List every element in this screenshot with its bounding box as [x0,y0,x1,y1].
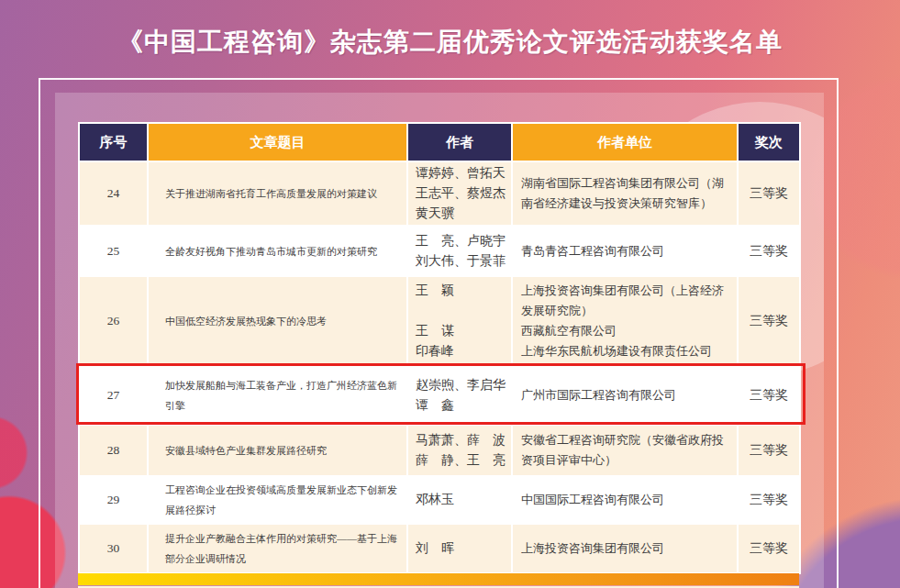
article-title-cell: 加快发展船舶与海工装备产业，打造广州经济蓝色新引擎 [148,366,407,425]
section-divider-bar [78,573,799,585]
table-body: 24 关于推进湖南省托育工作高质量发展的对策建议 谭婷婷、曾拓天 王志平、蔡煜杰… [79,161,800,573]
row-index-cell: 26 [79,276,148,366]
authors-cell: 赵崇煦、李启华 谭 鑫 [407,366,512,425]
table-header-row: 序号 文章题目 作者 作者单位 奖次 [79,123,800,161]
row-index-cell: 24 [79,161,148,226]
article-title-cell: 全龄友好视角下推动青岛市城市更新的对策研究 [148,226,407,276]
org-cell: 中国国际工程咨询有限公司 [512,476,738,524]
row-index-cell: 25 [79,226,148,276]
article-title-cell: 中国低空经济发展热现象下的冷思考 [148,276,407,366]
award-cell: 三等奖 [738,276,800,366]
col-header-award: 奖次 [738,123,800,161]
table-row: 24 关于推进湖南省托育工作高质量发展的对策建议 谭婷婷、曾拓天 王志平、蔡煜杰… [79,161,800,226]
table-row: 30 提升企业产教融合主体作用的对策研究——基于上海部分企业调研情况 刘 晖 上… [79,524,800,573]
awards-table: 序号 文章题目 作者 作者单位 奖次 24 关于推进湖南省托育工作高质量发展的对… [78,122,801,574]
table-row: 26 中国低空经济发展热现象下的冷思考 王 颖 王 谋 印春峰 上海投资咨询集团… [79,276,800,366]
row-index-cell: 29 [79,476,148,524]
org-cell: 青岛青咨工程咨询有限公司 [512,226,738,276]
authors-cell: 王 颖 王 谋 印春峰 [407,276,512,366]
table-row: 25 全龄友好视角下推动青岛市城市更新的对策研究 王 亮、卢晓宇 刘大伟、于景菲… [79,226,800,276]
org-cell: 安徽省工程咨询研究院（安徽省政府投资项目评审中心） [512,425,738,476]
table-row: 29 工程咨询企业在投资领域高质量发展新业态下创新发展路径探讨 邓林玉 中国国际… [79,476,800,524]
table-row: 27 加快发展船舶与海工装备产业，打造广州经济蓝色新引擎 赵崇煦、李启华 谭 鑫… [79,366,800,425]
org-cell: 广州市国际工程咨询有限公司 [512,366,738,425]
authors-cell: 谭婷婷、曾拓天 王志平、蔡煜杰 黄天骥 [407,161,512,226]
row-index-cell: 28 [79,425,148,476]
award-cell: 三等奖 [738,226,800,276]
col-header-author: 作者 [407,123,512,161]
org-cell: 上海投资咨询集团有限公司 [512,524,738,573]
article-title-cell: 安徽县域特色产业集群发展路径研究 [148,425,407,476]
row-index-cell: 30 [79,524,148,573]
table-row: 28 安徽县域特色产业集群发展路径研究 马萧萧、薛 波 薛 静、王 亮 安徽省工… [79,425,800,476]
article-title-cell: 提升企业产教融合主体作用的对策研究——基于上海部分企业调研情况 [148,524,407,573]
authors-cell: 马萧萧、薛 波 薛 静、王 亮 [407,425,512,476]
page-title: 《中国工程咨询》杂志第二届优秀论文评选活动获奖名单 [0,25,900,60]
col-header-title: 文章题目 [148,123,407,161]
award-cell: 三等奖 [738,366,800,425]
article-title-cell: 工程咨询企业在投资领域高质量发展新业态下创新发展路径探讨 [148,476,407,524]
col-header-org: 作者单位 [512,123,738,161]
col-header-index: 序号 [79,123,148,161]
page: 《中国工程咨询》杂志第二届优秀论文评选活动获奖名单 序号 文章题目 作者 作者单… [0,0,900,588]
authors-cell: 邓林玉 [407,476,512,524]
article-title-cell: 关于推进湖南省托育工作高质量发展的对策建议 [148,161,407,226]
org-cell: 湖南省国际工程咨询集团有限公司（湖南省经济建设与投资决策研究智库） [512,161,738,226]
authors-cell: 刘 晖 [407,524,512,573]
award-cell: 三等奖 [738,476,800,524]
row-index-cell: 27 [79,366,148,425]
org-cell: 上海投资咨询集团有限公司（上咨经济发展研究院） 西藏航空有限公司 上海华东民航机… [512,276,738,366]
authors-cell: 王 亮、卢晓宇 刘大伟、于景菲 [407,226,512,276]
award-cell: 三等奖 [738,161,800,226]
award-cell: 三等奖 [738,425,800,476]
award-cell: 三等奖 [738,524,800,573]
